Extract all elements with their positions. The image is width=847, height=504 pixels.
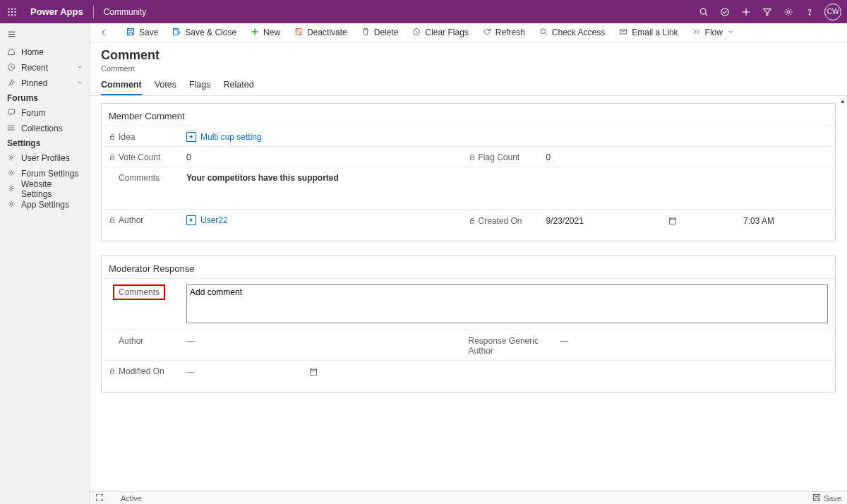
svg-rect-45 xyxy=(111,220,114,222)
gear-icon xyxy=(7,169,16,179)
search-icon[interactable] xyxy=(693,0,714,23)
svg-point-24 xyxy=(8,125,8,126)
svg-line-10 xyxy=(705,13,707,16)
scroll-up-icon[interactable]: ▲ xyxy=(839,96,847,106)
user-avatar[interactable]: CW xyxy=(824,4,841,20)
save-close-button[interactable]: Save & Close xyxy=(165,23,244,42)
pin-icon xyxy=(7,78,16,89)
new-label: New xyxy=(263,28,280,37)
idea-link[interactable]: ✦ Multi cup setting xyxy=(186,132,828,142)
nav-forum[interactable]: Forum xyxy=(0,105,89,121)
mod-author-value[interactable]: --- xyxy=(186,335,469,346)
scrollbar[interactable]: ▲ xyxy=(839,96,847,491)
gear-icon xyxy=(7,200,16,210)
deactivate-label: Deactivate xyxy=(307,28,347,37)
comments-value: Your competitors have this supported xyxy=(186,172,828,183)
footer-save-button[interactable]: Save xyxy=(812,493,841,503)
nav-recent[interactable]: Recent xyxy=(0,60,89,76)
moderator-comments-input[interactable] xyxy=(186,284,828,323)
nav-user-profiles[interactable]: User Profiles xyxy=(0,150,89,166)
created-time: 7:03 AM xyxy=(743,216,828,226)
author-link[interactable]: ✦ User22 xyxy=(186,215,469,225)
gear-icon xyxy=(7,184,16,195)
assistant-icon[interactable] xyxy=(714,0,735,23)
moderator-response-section: Moderator Response Comments Author --- xyxy=(101,256,836,392)
member-comment-section: Member Comment Idea ✦ Multi cup setting xyxy=(101,103,836,241)
svg-rect-20 xyxy=(8,109,15,114)
global-header: Power Apps Community CW xyxy=(0,0,847,23)
save-button[interactable]: Save xyxy=(119,23,165,42)
save-close-icon xyxy=(172,28,181,38)
nav-website-settings-label: Website Settings xyxy=(21,179,83,199)
nav-recent-label: Recent xyxy=(21,63,48,73)
nav-app-settings[interactable]: App Settings xyxy=(0,197,89,212)
brand-name: Power Apps xyxy=(23,6,90,17)
settings-icon[interactable] xyxy=(778,0,799,23)
email-link-label: Email a Link xyxy=(632,28,678,37)
lock-icon xyxy=(469,154,476,161)
delete-button[interactable]: Delete xyxy=(354,23,406,42)
nav-home[interactable]: Home xyxy=(0,44,89,60)
left-nav: Home Recent Pinned Forums Forum Collecti… xyxy=(0,23,90,504)
vote-count-label: Vote Count xyxy=(119,152,160,162)
flag-count-value: 0 xyxy=(546,151,829,162)
tab-related[interactable]: Related xyxy=(224,80,254,95)
svg-point-11 xyxy=(721,8,729,16)
refresh-button[interactable]: Refresh xyxy=(476,23,532,42)
nav-forum-label: Forum xyxy=(21,108,46,118)
modified-on-label: Modified On xyxy=(119,366,164,376)
svg-rect-31 xyxy=(128,28,134,35)
flow-button[interactable]: Flow xyxy=(685,23,741,42)
moderator-response-title: Moderator Response xyxy=(102,263,835,278)
response-generic-author-value[interactable]: --- xyxy=(560,335,829,356)
calendar-icon xyxy=(667,215,678,227)
svg-point-27 xyxy=(11,156,13,158)
comments-label: Comments xyxy=(119,173,160,183)
svg-point-25 xyxy=(8,127,8,128)
deactivate-icon xyxy=(294,28,303,38)
check-access-icon xyxy=(539,28,548,38)
forum-icon xyxy=(7,108,16,119)
calendar-icon[interactable] xyxy=(308,366,319,378)
page-header: Comment Comment xyxy=(90,42,847,73)
svg-point-0 xyxy=(8,8,9,9)
tab-comment[interactable]: Comment xyxy=(101,80,142,95)
nav-collections[interactable]: Collections xyxy=(0,121,89,136)
refresh-label: Refresh xyxy=(495,28,525,37)
plus-icon xyxy=(251,28,259,38)
lock-icon xyxy=(109,368,116,375)
add-icon[interactable] xyxy=(735,0,757,23)
back-button[interactable] xyxy=(94,23,114,42)
deactivate-button[interactable]: Deactivate xyxy=(287,23,354,42)
svg-point-15 xyxy=(809,13,810,14)
clear-flags-button[interactable]: Clear Flags xyxy=(405,23,475,42)
lock-icon xyxy=(109,133,116,140)
chevron-down-icon xyxy=(727,28,734,37)
mod-author-label: Author xyxy=(119,336,143,346)
filter-icon[interactable] xyxy=(757,0,778,23)
nav-section-forums: Forums xyxy=(0,91,89,105)
save-icon xyxy=(126,28,135,38)
command-bar: Save Save & Close New Deactivate Delete … xyxy=(90,23,847,42)
svg-point-9 xyxy=(700,8,706,14)
svg-rect-32 xyxy=(174,28,179,35)
tab-flags[interactable]: Flags xyxy=(189,80,211,95)
delete-label: Delete xyxy=(374,28,399,37)
svg-rect-52 xyxy=(311,369,317,375)
tab-votes[interactable]: Votes xyxy=(155,80,176,95)
new-button[interactable]: New xyxy=(244,23,287,42)
entity-icon: ✦ xyxy=(186,215,196,225)
app-launcher-icon[interactable] xyxy=(0,0,23,23)
check-access-button[interactable]: Check Access xyxy=(532,23,612,42)
idea-value: Multi cup setting xyxy=(200,132,262,142)
svg-point-14 xyxy=(787,11,790,13)
nav-toggle-icon[interactable] xyxy=(0,23,89,44)
mod-comments-label: Comments xyxy=(113,284,165,300)
environment-name[interactable]: Community xyxy=(97,7,154,17)
email-link-button[interactable]: Email a Link xyxy=(612,23,685,42)
svg-point-26 xyxy=(8,129,8,130)
expand-icon[interactable] xyxy=(95,493,104,503)
help-icon[interactable] xyxy=(799,0,820,23)
nav-pinned[interactable]: Pinned xyxy=(0,76,89,91)
nav-website-settings[interactable]: Website Settings xyxy=(0,181,89,197)
